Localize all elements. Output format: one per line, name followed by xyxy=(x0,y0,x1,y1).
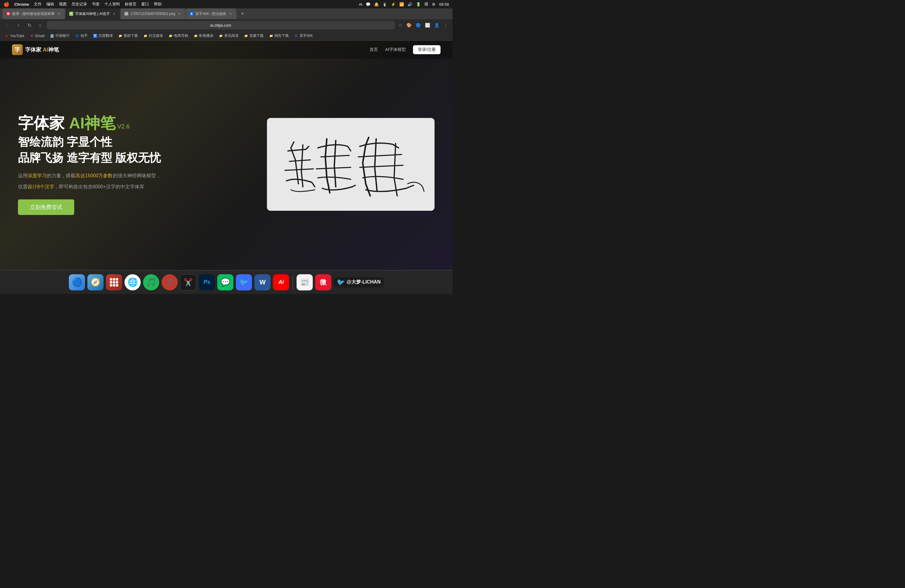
tab-bar: 微 微博 - 随时随地发现新鲜事 ✕ 字 字体家AI神笔 | AI造字 ✕ 🖼 … xyxy=(0,8,452,19)
forward-button[interactable]: › xyxy=(14,21,23,29)
dock-word[interactable]: W Word xyxy=(254,274,270,291)
dock-wechat[interactable]: 💬 微信 xyxy=(217,274,233,291)
bookmark-social[interactable]: 📁 社交媒体 xyxy=(141,33,165,39)
new-tab-button[interactable]: + xyxy=(238,10,247,18)
bookmark-baidu[interactable]: 百 百度翻译 xyxy=(90,33,115,39)
site-nav-links: 首页 AI字体模型 登录/注册 xyxy=(370,45,441,54)
menu-edit[interactable]: 编辑 xyxy=(46,2,54,7)
nav-home[interactable]: 首页 xyxy=(370,47,378,52)
extension-icon2[interactable]: 🔵 xyxy=(414,22,422,29)
menu-view[interactable]: 视图 xyxy=(59,2,67,7)
tab-title-png: 1705712256497058301.png xyxy=(130,12,175,16)
bookmark-sucai-label: 素材下载 xyxy=(124,33,138,38)
bookmark-ecommerce[interactable]: 📁 电商导购 xyxy=(166,33,191,39)
battery-icon[interactable]: 🔋 xyxy=(416,2,421,6)
hero-section: 字体家 AI神笔 V2.6 智绘流韵 字显个性 品牌飞扬 造字有型 版权无忧 运… xyxy=(0,59,452,270)
dock-finalcut[interactable]: ✂️ Final Cut xyxy=(180,274,196,291)
sougou-icon[interactable]: 搜 xyxy=(424,2,428,7)
menu-help[interactable]: 帮助 xyxy=(154,2,162,7)
extension-icon1[interactable]: 🎨 xyxy=(405,22,413,29)
weibo-section[interactable]: 🐦 @大梦-LICHAN xyxy=(334,277,383,288)
netease-icon: 🎵 xyxy=(166,278,174,286)
address-bar: ‹ › ↻ ⌂ ☆ 🎨 🔵 ⬜ 👤 ⋮ xyxy=(0,19,452,31)
hero-desc1-suffix: 的强大神经网络模型， xyxy=(113,173,161,178)
menu-tabs[interactable]: 标签页 xyxy=(125,2,137,7)
wechat-menu-icon[interactable]: 💬 xyxy=(366,2,370,6)
logo-text-main: 字体家 xyxy=(25,47,43,53)
dock-chrome[interactable]: 🌐 Chrome xyxy=(124,274,141,291)
dock-adobe[interactable]: Ai Adobe xyxy=(273,274,289,291)
tab-zitijia[interactable]: 字 字体家AI神笔 | AI造字 ✕ xyxy=(65,8,120,19)
dock-photoshop[interactable]: Ps Photoshop xyxy=(199,274,215,291)
dock-dingtalk[interactable]: 🐦 钉钉 xyxy=(236,274,252,291)
tab-close-zitijia[interactable]: ✕ xyxy=(112,11,116,16)
launchpad-icon xyxy=(108,276,121,289)
notification-icon[interactable]: 🔔 xyxy=(374,2,379,6)
hero-desc1: 运用深度学习的力量，搭载高达15000万参数的强大神经网络模型， xyxy=(18,172,249,180)
qq-icon[interactable]: 🐧 xyxy=(383,2,387,6)
logo-pen-text: 神笔 xyxy=(48,47,59,53)
menubar: 🍎 Chrome 文件 编辑 视图 历史记录 书签 个人资料 标签页 窗口 帮助… xyxy=(0,0,452,8)
bookmark-sucai[interactable]: 📁 素材下载 xyxy=(116,33,140,39)
tab-close-weibo[interactable]: ✕ xyxy=(57,11,61,16)
profile-icon[interactable]: 👤 xyxy=(433,22,441,29)
tab-zhihu[interactable]: 某 某乎404 - 想法抽奖 ✕ xyxy=(186,8,237,19)
menu-bookmarks[interactable]: 书签 xyxy=(92,2,100,7)
bookmark-mhu[interactable]: 某 某乎404 xyxy=(292,33,315,39)
apple-menu[interactable]: 🍎 xyxy=(3,2,10,7)
dock-newsreader[interactable]: 📰 新闻阅读 xyxy=(297,274,313,291)
hero-desc2-suffix: ，即可构造出包含6000+汉字的中文字体库 xyxy=(54,184,144,189)
dock: 🔵 Finder 🧭 Safari Launchpad 🌐 Chrome 🎵 S… xyxy=(0,270,452,294)
menu-chrome[interactable]: Chrome xyxy=(14,2,29,6)
bookmark-zhihu[interactable]: 知 知乎 xyxy=(73,33,90,39)
menu-window[interactable]: 窗口 xyxy=(141,2,149,7)
adobe-icon[interactable]: Ai xyxy=(359,2,362,6)
tab-close-zhihu[interactable]: ✕ xyxy=(228,11,233,16)
home-button[interactable]: ⌂ xyxy=(36,21,44,29)
bookmark-mhu-label: 某乎404 xyxy=(300,33,313,38)
address-input[interactable] xyxy=(47,21,395,29)
dock-launchpad[interactable]: Launchpad xyxy=(106,274,122,291)
cta-button[interactable]: 立刻免费尝试 xyxy=(18,199,74,215)
login-register-button[interactable]: 登录/注册 xyxy=(413,45,441,54)
weibo-app-icon: 微 xyxy=(320,278,327,287)
bookmark-report[interactable]: 📁 报告下载 xyxy=(267,33,291,39)
bookmark-zhihu-label: 知乎 xyxy=(81,33,88,38)
word-icon: W xyxy=(259,278,266,286)
back-button[interactable]: ‹ xyxy=(3,21,12,29)
dock-safari[interactable]: 🧭 Safari xyxy=(87,274,103,291)
newsreader-icon: 📰 xyxy=(300,278,309,286)
bookmark-gmail[interactable]: M Gmail xyxy=(27,33,47,39)
tab-weibo[interactable]: 微 微博 - 随时随地发现新鲜事 ✕ xyxy=(2,8,65,19)
dock-netease[interactable]: 🎵 网易云 xyxy=(162,274,178,291)
wifi-icon[interactable]: 📶 xyxy=(399,2,404,6)
extension-icon3[interactable]: ⬜ xyxy=(424,22,431,29)
hero-subtitle2: 品牌飞扬 造字有型 版权无忧 xyxy=(18,151,249,165)
bookmark-star-icon[interactable]: ☆ xyxy=(397,22,403,29)
bookmark-video[interactable]: 📁 影视播放 xyxy=(191,33,216,39)
youtube-icon: ▶ xyxy=(5,34,9,38)
bluetooth-icon[interactable]: ⚡ xyxy=(391,2,395,6)
control-center-icon[interactable]: ⚙ xyxy=(432,2,435,6)
bookmark-youtube[interactable]: ▶ YouTube xyxy=(2,33,27,39)
dock-weibo-app[interactable]: 微 微博 xyxy=(315,274,331,291)
tab-close-png[interactable]: ✕ xyxy=(177,11,182,16)
bookmark-news[interactable]: 📁 资讯阅读 xyxy=(216,33,241,39)
refresh-button[interactable]: ↻ xyxy=(25,21,33,29)
dock-finder[interactable]: 🔵 Finder xyxy=(69,274,85,291)
bookmark-boc[interactable]: 🏦 中国银行 xyxy=(48,33,72,39)
nav-ai-model[interactable]: AI字体模型 xyxy=(385,47,406,52)
news-icon: 📁 xyxy=(219,34,223,38)
hero-desc2-link[interactable]: 设计8个汉字 xyxy=(27,184,54,189)
volume-icon[interactable]: 🔊 xyxy=(408,2,413,6)
menu-profile[interactable]: 个人资料 xyxy=(105,2,120,7)
dingtalk-icon: 🐦 xyxy=(240,278,248,286)
menu-history[interactable]: 历史记录 xyxy=(71,2,87,7)
dock-spotify[interactable]: 🎵 Spotify xyxy=(143,274,159,291)
menu-dots-icon[interactable]: ⋮ xyxy=(442,22,449,29)
menu-file[interactable]: 文件 xyxy=(34,2,41,7)
bookmark-audio[interactable]: 📁 音频下载 xyxy=(241,33,266,39)
tab-png[interactable]: 🖼 1705712256497058301.png ✕ xyxy=(121,8,185,19)
hero-desc2-prefix: 仅需 xyxy=(18,184,27,189)
site-logo[interactable]: 字 字体家 AI神笔 xyxy=(12,44,59,55)
